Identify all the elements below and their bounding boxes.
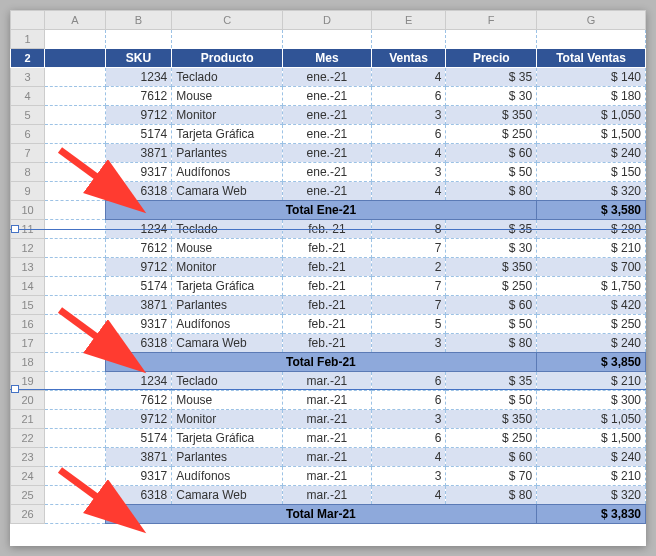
cell-precio[interactable]: $ 250 [446, 125, 537, 144]
cell-precio[interactable]: $ 60 [446, 144, 537, 163]
cell-mes[interactable]: mar.-21 [283, 410, 372, 429]
cell-precio[interactable]: $ 250 [446, 429, 537, 448]
cell-precio[interactable]: $ 35 [446, 372, 537, 391]
cell-producto[interactable]: Teclado [172, 372, 283, 391]
cell[interactable] [45, 334, 105, 353]
cell-total[interactable]: $ 300 [537, 391, 646, 410]
cell-precio[interactable]: $ 30 [446, 87, 537, 106]
row-21[interactable]: 219712Monitormar.-213$ 350$ 1,050 [11, 410, 646, 429]
cell-mes[interactable]: mar.-21 [283, 467, 372, 486]
cell-precio[interactable]: $ 50 [446, 315, 537, 334]
cell-total[interactable]: $ 420 [537, 296, 646, 315]
cell-producto[interactable]: Parlantes [172, 144, 283, 163]
cell-precio[interactable]: $ 50 [446, 163, 537, 182]
row-header[interactable]: 13 [11, 258, 45, 277]
row-header[interactable]: 15 [11, 296, 45, 315]
cell-total[interactable]: $ 140 [537, 68, 646, 87]
cell-precio[interactable]: $ 80 [446, 182, 537, 201]
cell-mes[interactable]: feb.-21 [283, 258, 372, 277]
cell-producto[interactable]: Teclado [172, 68, 283, 87]
cell-total[interactable]: $ 1,050 [537, 410, 646, 429]
row-header[interactable]: 21 [11, 410, 45, 429]
cell-precio[interactable]: $ 30 [446, 239, 537, 258]
cell-producto[interactable]: Audífonos [172, 315, 283, 334]
row-header[interactable]: 7 [11, 144, 45, 163]
cell-precio[interactable]: $ 250 [446, 277, 537, 296]
row-9[interactable]: 96318Camara Webene.-214$ 80$ 320 [11, 182, 646, 201]
subtotal-value[interactable]: $ 3,830 [537, 505, 646, 524]
cell[interactable] [45, 296, 105, 315]
cell[interactable] [45, 448, 105, 467]
cell-ventas[interactable]: 6 [371, 87, 446, 106]
cell[interactable] [45, 277, 105, 296]
subtotal-label[interactable]: Total Mar-21 [105, 505, 536, 524]
cell[interactable] [45, 372, 105, 391]
cell-producto[interactable]: Mouse [172, 391, 283, 410]
cell[interactable] [537, 30, 646, 49]
col-D[interactable]: D [283, 11, 372, 30]
cell[interactable] [45, 144, 105, 163]
cell-ventas[interactable]: 6 [371, 391, 446, 410]
cell-mes[interactable]: ene.-21 [283, 182, 372, 201]
cell-mes[interactable]: feb.-21 [283, 315, 372, 334]
cell-sku[interactable]: 9712 [105, 258, 172, 277]
cell-ventas[interactable]: 6 [371, 125, 446, 144]
column-header-row[interactable]: A B C D E F G [11, 11, 646, 30]
cell-producto[interactable]: Mouse [172, 87, 283, 106]
cell-total[interactable]: $ 320 [537, 486, 646, 505]
cell-mes[interactable]: feb.-21 [283, 296, 372, 315]
cell-producto[interactable]: Monitor [172, 258, 283, 277]
cell-ventas[interactable]: 4 [371, 448, 446, 467]
cell-producto[interactable]: Camara Web [172, 182, 283, 201]
cell-sku[interactable]: 5174 [105, 125, 172, 144]
cell-precio[interactable]: $ 80 [446, 334, 537, 353]
cell-sku[interactable]: 6318 [105, 182, 172, 201]
cell-producto[interactable]: Camara Web [172, 334, 283, 353]
cell-sku[interactable]: 7612 [105, 239, 172, 258]
cell-producto[interactable]: Tarjeta Gráfica [172, 429, 283, 448]
cell-mes[interactable]: mar.-21 [283, 372, 372, 391]
row-header[interactable]: 2 [11, 49, 45, 68]
row-18[interactable]: 18Total Feb-21$ 3,850 [11, 353, 646, 372]
cell-mes[interactable]: mar.-21 [283, 391, 372, 410]
cell[interactable] [446, 30, 537, 49]
cell-sku[interactable]: 1234 [105, 372, 172, 391]
row-header[interactable]: 20 [11, 391, 45, 410]
cell-precio[interactable]: $ 350 [446, 410, 537, 429]
col-C[interactable]: C [172, 11, 283, 30]
row-8[interactable]: 89317Audífonosene.-213$ 50$ 150 [11, 163, 646, 182]
cell[interactable] [45, 429, 105, 448]
cell-total[interactable]: $ 320 [537, 182, 646, 201]
row-22[interactable]: 225174Tarjeta Gráficamar.-216$ 250$ 1,50… [11, 429, 646, 448]
cell-ventas[interactable]: 6 [371, 372, 446, 391]
cell-sku[interactable]: 9712 [105, 410, 172, 429]
cell-total[interactable]: $ 210 [537, 239, 646, 258]
col-E[interactable]: E [371, 11, 446, 30]
cell[interactable] [45, 410, 105, 429]
cell-sku[interactable]: 7612 [105, 391, 172, 410]
cell[interactable] [45, 486, 105, 505]
row-6[interactable]: 65174Tarjeta Gráficaene.-216$ 250$ 1,500 [11, 125, 646, 144]
row-4[interactable]: 47612Mouseene.-216$ 30$ 180 [11, 87, 646, 106]
cell-total[interactable]: $ 1,500 [537, 429, 646, 448]
cell-precio[interactable]: $ 350 [446, 106, 537, 125]
row-24[interactable]: 249317Audífonosmar.-213$ 70$ 210 [11, 467, 646, 486]
cell-total[interactable]: $ 240 [537, 144, 646, 163]
cell-producto[interactable]: Tarjeta Gráfica [172, 125, 283, 144]
row-header[interactable]: 3 [11, 68, 45, 87]
cell-ventas[interactable]: 4 [371, 182, 446, 201]
cell[interactable] [45, 467, 105, 486]
subtotal-value[interactable]: $ 3,580 [537, 201, 646, 220]
cell-mes[interactable]: mar.-21 [283, 429, 372, 448]
row-1[interactable]: 1 [11, 30, 646, 49]
cell[interactable] [371, 30, 446, 49]
cell-precio[interactable]: $ 350 [446, 258, 537, 277]
cell-sku[interactable]: 5174 [105, 429, 172, 448]
row-19[interactable]: 191234Tecladomar.-216$ 35$ 210 [11, 372, 646, 391]
subtotal-label[interactable]: Total Feb-21 [105, 353, 536, 372]
cell[interactable] [105, 30, 172, 49]
row-header[interactable]: 25 [11, 486, 45, 505]
col-B[interactable]: B [105, 11, 172, 30]
cell-producto[interactable]: Monitor [172, 410, 283, 429]
cell-total[interactable]: $ 1,750 [537, 277, 646, 296]
